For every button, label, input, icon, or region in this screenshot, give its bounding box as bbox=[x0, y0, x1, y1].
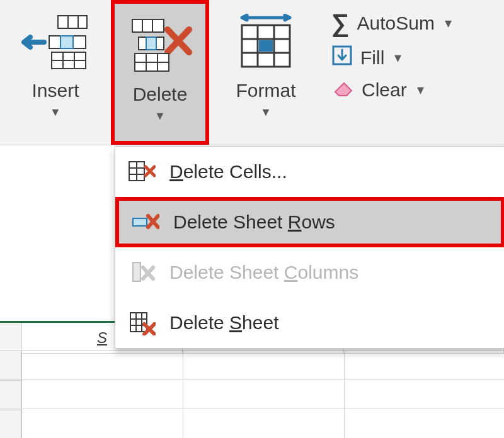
chevron-down-icon: ▾ bbox=[445, 15, 452, 31]
select-all-corner[interactable] bbox=[0, 323, 22, 353]
svg-rect-4 bbox=[60, 36, 73, 48]
delete-icon bbox=[126, 15, 194, 78]
delete-dropdown-menu: Delete Cells... Delete Sheet Rows Delete… bbox=[115, 146, 504, 349]
autosum-label: AutoSum bbox=[357, 13, 435, 34]
insert-button[interactable]: Insert ▼ bbox=[0, 0, 111, 145]
delete-cells-icon bbox=[128, 158, 156, 186]
ribbon: Insert ▼ Delete ▼ bbox=[0, 0, 504, 145]
svg-rect-23 bbox=[259, 40, 273, 52]
delete-columns-icon bbox=[128, 259, 156, 286]
worksheet-grid[interactable] bbox=[0, 350, 504, 438]
eraser-icon bbox=[331, 78, 354, 101]
svg-rect-29 bbox=[133, 218, 147, 226]
clear-label: Clear bbox=[362, 79, 407, 101]
format-button[interactable]: Format ▼ bbox=[209, 0, 323, 145]
cells-group: Insert ▼ Delete ▼ bbox=[0, 0, 323, 145]
fill-down-icon bbox=[331, 45, 353, 70]
menu-delete-sheet[interactable]: Delete Sheet bbox=[115, 298, 504, 348]
svg-rect-30 bbox=[133, 262, 140, 281]
menu-delete-sheet-columns: Delete Sheet Columns bbox=[115, 247, 504, 298]
menu-item-label: Delete Sheet Rows bbox=[173, 211, 335, 233]
svg-rect-9 bbox=[132, 20, 164, 32]
chevron-down-icon: ▾ bbox=[394, 50, 401, 66]
menu-item-label: Delete Sheet Columns bbox=[169, 262, 358, 283]
insert-label: Insert bbox=[32, 79, 79, 102]
fill-button[interactable]: Fill ▾ bbox=[331, 45, 498, 70]
delete-label: Delete bbox=[133, 83, 188, 106]
chevron-down-icon: ▾ bbox=[417, 82, 424, 98]
menu-item-label: Delete Cells... bbox=[169, 161, 287, 182]
delete-sheet-icon bbox=[128, 309, 156, 337]
menu-delete-sheet-rows[interactable]: Delete Sheet Rows bbox=[115, 197, 504, 247]
clear-button[interactable]: Clear ▾ bbox=[331, 78, 498, 101]
chevron-down-icon: ▼ bbox=[154, 110, 166, 123]
menu-item-label: Delete Sheet bbox=[169, 312, 278, 334]
chevron-down-icon: ▼ bbox=[50, 106, 61, 120]
editing-group: ∑ AutoSum ▾ Fill ▾ Clear ▾ bbox=[323, 0, 504, 145]
menu-delete-cells[interactable]: Delete Cells... bbox=[115, 147, 504, 197]
format-label: Format bbox=[236, 79, 295, 102]
fill-label: Fill bbox=[360, 47, 384, 69]
insert-icon bbox=[21, 11, 89, 74]
svg-rect-0 bbox=[58, 16, 87, 28]
svg-rect-13 bbox=[146, 37, 156, 50]
delete-button[interactable]: Delete ▼ bbox=[111, 0, 209, 145]
svg-rect-31 bbox=[130, 313, 147, 332]
delete-rows-icon bbox=[132, 208, 159, 236]
format-icon bbox=[233, 11, 299, 74]
sigma-icon: ∑ bbox=[331, 9, 350, 37]
autosum-button[interactable]: ∑ AutoSum ▾ bbox=[331, 9, 498, 37]
chevron-down-icon: ▼ bbox=[260, 106, 272, 120]
